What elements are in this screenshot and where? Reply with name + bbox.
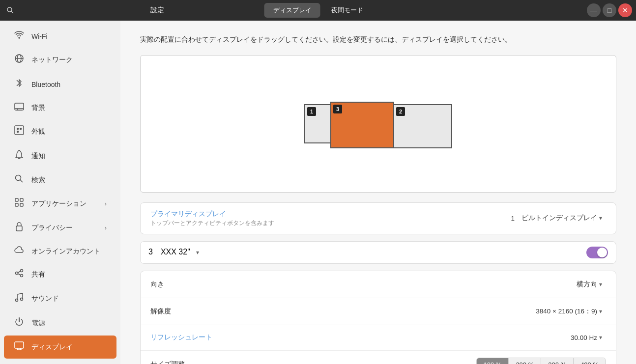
display-selector-row: 3 XXX 32" ▾ bbox=[140, 241, 616, 264]
titlebar: 設定 ディスプレイ 夜間モード — □ ✕ bbox=[0, 0, 636, 21]
scale-buttons: 100 % 200 % 300 % 400 % bbox=[476, 358, 607, 364]
sidebar-item-wifi[interactable]: Wi-Fi bbox=[4, 25, 116, 47]
svg-line-1 bbox=[11, 11, 13, 13]
display-settings-section: 向き 横方向 ▾ 解像度 3840 × 2160 (16：9) ▾ bbox=[140, 271, 616, 364]
bell-icon bbox=[14, 150, 25, 162]
refresh-rate-value-text: 30.00 Hz bbox=[571, 334, 597, 341]
svg-point-16 bbox=[16, 175, 21, 181]
svg-line-17 bbox=[20, 180, 23, 182]
primary-display-row: プライマリディスプレイ トップバーとアクティビティボタンを含みます 1 ビルトイ… bbox=[141, 203, 616, 234]
sidebar-item-power[interactable]: 電源 bbox=[4, 311, 116, 335]
orientation-arrow: ▾ bbox=[599, 281, 602, 288]
sidebar-item-display[interactable]: ディスプレイ bbox=[4, 336, 116, 359]
svg-point-29 bbox=[21, 298, 23, 301]
refresh-rate-arrow: ▾ bbox=[599, 334, 602, 341]
svg-rect-19 bbox=[20, 198, 23, 201]
svg-rect-21 bbox=[20, 203, 23, 206]
svg-rect-14 bbox=[20, 128, 22, 130]
sidebar-item-bluetooth[interactable]: Bluetooth bbox=[4, 72, 116, 96]
sidebar-label-power: 電源 bbox=[31, 319, 45, 328]
minimize-button[interactable]: — bbox=[587, 3, 601, 17]
music-icon bbox=[14, 292, 25, 305]
sidebar-label-bluetooth: Bluetooth bbox=[31, 81, 60, 88]
scale-btn-100[interactable]: 100 % bbox=[477, 358, 509, 364]
bluetooth-icon bbox=[14, 78, 25, 90]
sidebar-label-applications: アプリケーション bbox=[31, 199, 87, 208]
window-title: 設定 bbox=[21, 6, 293, 15]
sidebar-label-privacy: プライバシー bbox=[31, 224, 73, 232]
refresh-rate-value: 30.00 Hz ▾ bbox=[567, 332, 606, 343]
display-select-dropdown[interactable]: 3 XXX 32" ▾ bbox=[148, 247, 199, 257]
sidebar-item-applications[interactable]: アプリケーション › bbox=[4, 192, 116, 215]
orientation-value: 横方向 ▾ bbox=[573, 278, 606, 291]
svg-point-23 bbox=[21, 270, 23, 272]
scale-btn-200[interactable]: 200 % bbox=[509, 358, 541, 364]
sidebar-label-notification: 通知 bbox=[31, 152, 45, 161]
scale-btn-400[interactable]: 400 % bbox=[574, 358, 606, 364]
monitor-1[interactable]: 1 bbox=[304, 104, 331, 143]
refresh-rate-dropdown[interactable]: 30.00 Hz ▾ bbox=[567, 332, 606, 343]
background-icon bbox=[14, 103, 25, 113]
sidebar-label-wifi: Wi-Fi bbox=[31, 32, 48, 40]
primary-display-labels: プライマリディスプレイ トップバーとアクティビティボタンを含みます bbox=[150, 210, 274, 227]
display-toggle-knob bbox=[597, 248, 607, 257]
titlebar-tabs: ディスプレイ 夜間モード bbox=[264, 3, 372, 18]
sidebar-item-background[interactable]: 背景 bbox=[4, 97, 116, 119]
sidebar-item-sharing[interactable]: 共有 bbox=[4, 263, 116, 286]
sidebar: Wi-Fi ネットワーク Bluetooth 背景 外観 通知 bbox=[0, 0, 120, 364]
sidebar-item-appearance[interactable]: 外観 bbox=[4, 119, 116, 143]
description-text: 実際の配置に合わせてディスプレイをドラッグしてください。設定を変更するには、ディ… bbox=[140, 34, 616, 45]
display-icon bbox=[14, 341, 25, 353]
maximize-button[interactable]: □ bbox=[603, 3, 616, 17]
sidebar-item-privacy[interactable]: プライバシー › bbox=[4, 216, 116, 240]
svg-point-24 bbox=[16, 272, 18, 275]
orientation-dropdown[interactable]: 横方向 ▾ bbox=[573, 278, 606, 291]
resolution-dropdown[interactable]: 3840 × 2160 (16：9) ▾ bbox=[532, 305, 606, 318]
display-select-arrow: ▾ bbox=[196, 249, 199, 256]
lock-icon bbox=[14, 222, 25, 234]
svg-rect-8 bbox=[15, 103, 24, 110]
sidebar-item-network[interactable]: ネットワーク bbox=[4, 48, 116, 72]
tab-display[interactable]: ディスプレイ bbox=[264, 3, 320, 18]
search-icon bbox=[14, 174, 25, 186]
sidebar-item-search[interactable]: 検索 bbox=[4, 168, 116, 192]
primary-display-sublabel: トップバーとアクティビティボタンを含みます bbox=[150, 220, 274, 227]
svg-rect-12 bbox=[15, 126, 24, 135]
search-button[interactable] bbox=[0, 0, 21, 21]
svg-point-25 bbox=[21, 275, 23, 277]
svg-line-26 bbox=[18, 271, 20, 273]
sidebar-item-notification[interactable]: 通知 bbox=[4, 144, 116, 168]
resolution-label: 解像度 bbox=[150, 307, 171, 316]
sidebar-label-search: 検索 bbox=[31, 176, 45, 185]
display-toggle[interactable] bbox=[586, 247, 608, 258]
applications-arrow: › bbox=[105, 200, 107, 207]
primary-display-dropdown[interactable]: ビルトインディスプレイ ▾ bbox=[518, 212, 606, 224]
monitor-3[interactable]: 3 bbox=[330, 102, 394, 148]
resolution-value-text: 3840 × 2160 (16：9) bbox=[536, 307, 597, 316]
monitor-2[interactable]: 2 bbox=[393, 104, 452, 148]
close-button[interactable]: ✕ bbox=[618, 3, 632, 17]
orientation-value-text: 横方向 bbox=[577, 280, 597, 289]
sidebar-item-sound[interactable]: サウンド bbox=[4, 286, 116, 310]
power-icon bbox=[14, 317, 25, 329]
svg-rect-15 bbox=[17, 131, 19, 133]
primary-display-label: プライマリディスプレイ bbox=[150, 210, 274, 219]
svg-rect-22 bbox=[16, 226, 22, 231]
resolution-value: 3840 × 2160 (16：9) ▾ bbox=[532, 305, 606, 318]
scale-btn-300[interactable]: 300 % bbox=[541, 358, 574, 364]
primary-display-section: プライマリディスプレイ トップバーとアクティビティボタンを含みます 1 ビルトイ… bbox=[140, 202, 616, 234]
sidebar-item-online[interactable]: オンラインアカウント bbox=[4, 240, 116, 262]
sidebar-label-network: ネットワーク bbox=[31, 56, 73, 64]
privacy-arrow: › bbox=[105, 224, 107, 231]
sidebar-label-sharing: 共有 bbox=[31, 270, 45, 279]
primary-display-dropdown-arrow: ▾ bbox=[599, 215, 602, 222]
refresh-rate-label: リフレッシュレート bbox=[150, 333, 212, 342]
sidebar-label-background: 背景 bbox=[31, 104, 45, 112]
orientation-label: 向き bbox=[150, 280, 164, 289]
tab-night-mode[interactable]: 夜間モード bbox=[322, 3, 372, 18]
sidebar-label-sound: サウンド bbox=[31, 294, 59, 303]
primary-display-value-text: ビルトインディスプレイ bbox=[521, 214, 597, 223]
globe-icon bbox=[14, 54, 25, 66]
window-controls: — □ ✕ bbox=[587, 3, 636, 17]
refresh-rate-row: リフレッシュレート 30.00 Hz ▾ bbox=[141, 325, 616, 351]
